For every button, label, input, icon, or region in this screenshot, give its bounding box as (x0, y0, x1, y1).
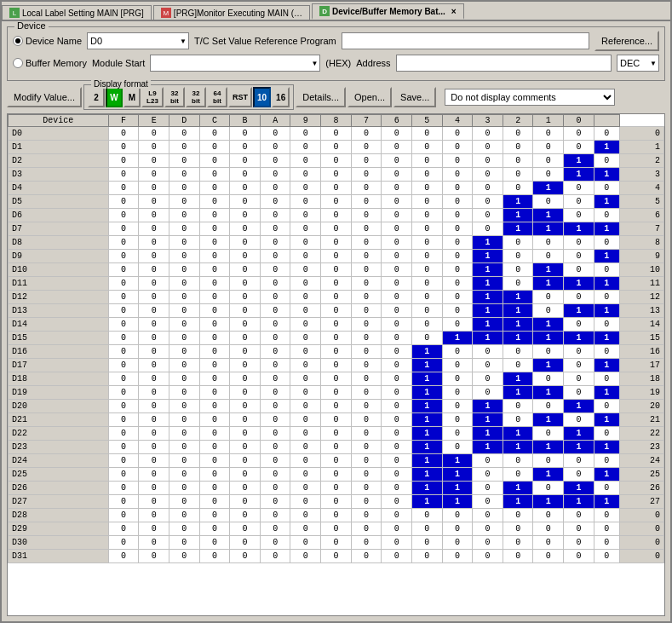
cell-bit[interactable]: 0 (290, 454, 321, 468)
cell-bit[interactable]: 0 (230, 386, 261, 400)
cell-bit[interactable]: 0 (139, 468, 169, 482)
cell-bit[interactable]: 0 (230, 427, 261, 441)
cell-bit[interactable]: 0 (382, 250, 412, 263)
cell-bit[interactable]: 0 (230, 400, 261, 413)
cell-bit[interactable]: 0 (230, 359, 261, 372)
cell-bit[interactable]: 1 (473, 250, 503, 263)
cell-bit[interactable]: 0 (321, 236, 352, 250)
cell-bit[interactable]: 0 (594, 263, 619, 277)
cell-bit[interactable]: 0 (260, 522, 290, 536)
cell-bit[interactable]: 0 (533, 236, 564, 250)
cell-bit[interactable]: 0 (473, 195, 503, 209)
cell-bit[interactable]: 1 (594, 304, 619, 318)
cell-bit[interactable]: 1 (473, 236, 503, 250)
cell-bit[interactable]: 0 (230, 291, 261, 304)
cell-bit[interactable]: 1 (533, 495, 564, 509)
cell-bit[interactable]: 1 (411, 495, 442, 509)
cell-bit[interactable]: 0 (533, 454, 564, 468)
cell-bit[interactable]: 0 (382, 127, 412, 141)
cell-bit[interactable]: 1 (411, 386, 442, 400)
cell-bit[interactable]: 0 (290, 263, 321, 277)
cell-bit[interactable]: 0 (108, 250, 139, 263)
cell-bit[interactable]: 0 (351, 263, 382, 277)
device-name-radio-btn[interactable] (13, 36, 23, 46)
cell-bit[interactable]: 0 (108, 154, 139, 168)
cell-bit[interactable]: 0 (260, 345, 290, 359)
cell-bit[interactable]: 0 (382, 277, 412, 291)
cell-bit[interactable]: 0 (108, 468, 139, 482)
cell-bit[interactable]: 0 (533, 427, 564, 441)
cell-bit[interactable]: 0 (442, 550, 473, 563)
tab-local-label[interactable]: L Local Label Setting MAIN [PRG] (2, 5, 152, 20)
cell-bit[interactable]: 0 (139, 195, 169, 209)
cell-bit[interactable]: 0 (321, 195, 352, 209)
cell-bit[interactable]: 0 (321, 495, 352, 509)
cell-bit[interactable]: 0 (260, 427, 290, 441)
cell-bit[interactable]: 0 (260, 127, 290, 141)
cell-bit[interactable]: 0 (473, 495, 503, 509)
cell-bit[interactable]: 0 (199, 400, 230, 413)
cell-bit[interactable]: 0 (260, 168, 290, 182)
cell-bit[interactable]: 0 (199, 154, 230, 168)
cell-bit[interactable]: 0 (260, 318, 290, 332)
cell-bit[interactable]: 0 (442, 522, 473, 536)
cell-bit[interactable]: 1 (564, 154, 594, 168)
cell-bit[interactable]: 0 (230, 495, 261, 509)
cell-bit[interactable]: 0 (564, 182, 594, 195)
cell-bit[interactable]: 1 (473, 304, 503, 318)
cell-bit[interactable]: 0 (108, 277, 139, 291)
cell-bit[interactable]: 0 (260, 141, 290, 154)
cell-bit[interactable]: 0 (594, 536, 619, 550)
cell-bit[interactable]: 0 (169, 400, 199, 413)
cell-bit[interactable]: 1 (503, 372, 533, 386)
address-input[interactable] (396, 55, 612, 72)
cell-bit[interactable]: 0 (290, 277, 321, 291)
cell-bit[interactable]: 0 (442, 413, 473, 427)
cell-bit[interactable]: 0 (473, 468, 503, 482)
cell-bit[interactable]: 0 (139, 536, 169, 550)
cell-bit[interactable]: 0 (382, 386, 412, 400)
cell-bit[interactable]: 0 (503, 359, 533, 372)
cell-bit[interactable]: 0 (382, 468, 412, 482)
cell-bit[interactable]: 0 (503, 400, 533, 413)
cell-bit[interactable]: 0 (139, 372, 169, 386)
cell-bit[interactable]: 0 (139, 413, 169, 427)
cell-bit[interactable]: 0 (230, 141, 261, 154)
cell-bit[interactable]: 0 (533, 482, 564, 495)
cell-bit[interactable]: 0 (594, 291, 619, 304)
cell-bit[interactable]: 0 (473, 127, 503, 141)
table-row[interactable]: D120000000000001100012 (9, 291, 664, 304)
cell-bit[interactable]: 0 (564, 291, 594, 304)
cell-bit[interactable]: 0 (564, 236, 594, 250)
cell-bit[interactable]: 1 (533, 277, 564, 291)
cell-bit[interactable]: 0 (139, 127, 169, 141)
cell-bit[interactable]: 0 (199, 318, 230, 332)
cell-bit[interactable]: 0 (169, 522, 199, 536)
table-row[interactable]: D30000000000000000000 (9, 536, 664, 550)
cell-bit[interactable]: 0 (473, 141, 503, 154)
cell-bit[interactable]: 0 (199, 263, 230, 277)
cell-bit[interactable]: 0 (139, 482, 169, 495)
cell-bit[interactable]: 1 (594, 222, 619, 236)
cell-bit[interactable]: 0 (199, 427, 230, 441)
cell-bit[interactable]: 0 (594, 318, 619, 332)
cell-bit[interactable]: 0 (351, 209, 382, 222)
cell-bit[interactable]: 0 (139, 332, 169, 345)
device-name-radio[interactable]: Device Name (13, 36, 82, 46)
cell-bit[interactable]: 0 (321, 359, 352, 372)
cell-bit[interactable]: 0 (564, 359, 594, 372)
cell-bit[interactable]: 0 (199, 509, 230, 522)
cell-bit[interactable]: 0 (321, 304, 352, 318)
cell-bit[interactable]: 1 (503, 427, 533, 441)
cell-bit[interactable]: 0 (442, 127, 473, 141)
buffer-memory-radio[interactable]: Buffer Memory (13, 58, 87, 68)
cell-bit[interactable]: 0 (533, 168, 564, 182)
cell-bit[interactable]: 0 (503, 168, 533, 182)
cell-bit[interactable]: 0 (260, 495, 290, 509)
cell-bit[interactable]: 0 (199, 332, 230, 345)
cell-bit[interactable]: 0 (382, 372, 412, 386)
cell-bit[interactable]: 0 (442, 427, 473, 441)
cell-bit[interactable]: 0 (199, 209, 230, 222)
reference-button[interactable]: Reference... (594, 31, 659, 51)
cell-bit[interactable]: 0 (503, 277, 533, 291)
